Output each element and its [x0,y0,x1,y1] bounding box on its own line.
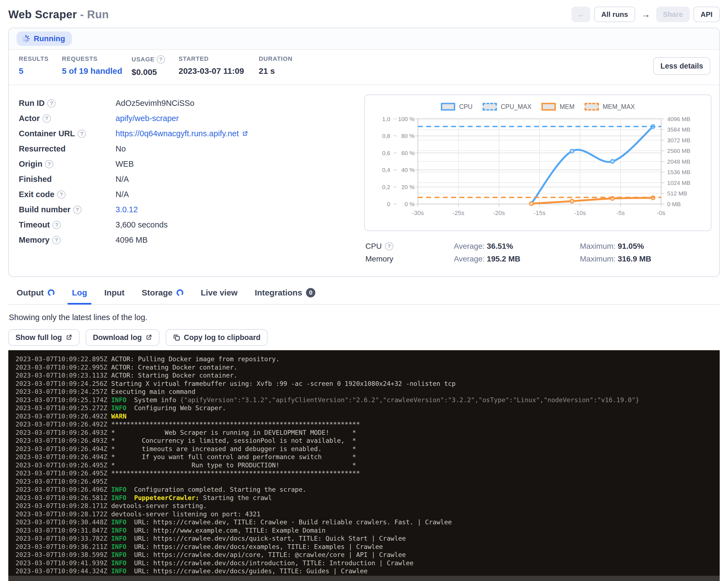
log-line: 2023-03-07T10:09:25.174Z INFO System inf… [16,396,720,404]
tab-label: Integrations [255,288,302,297]
log-console[interactable]: 2023-03-07T10:09:22.895Z ACTOR: Pulling … [8,350,720,581]
log-line: 2023-03-07T10:09:30.448Z INFO URL: https… [16,518,720,527]
detail-row: ResurrectedNo [19,141,364,156]
svg-text:3584 MB: 3584 MB [667,126,691,133]
log-line: 2023-03-07T10:09:31.847Z INFO URL: http:… [16,527,720,535]
status-label: Running [34,34,65,43]
tab-live-view[interactable]: Live view [200,287,238,304]
tab-output[interactable]: Output [16,287,56,304]
help-icon[interactable]: ? [78,130,86,138]
download-log-label: Download log [93,333,142,342]
detail-row: Container URL?https://0q64wnacgyft.runs.… [19,126,364,141]
legend-swatch [541,103,556,110]
detail-label: Exit code? [19,190,115,199]
log-line: 2023-03-07T10:09:26.494Z * If you want f… [16,453,720,461]
log-actions: Show full log Download log Copy log to c… [8,329,720,346]
tab-label: Live view [201,288,237,297]
log-line: 2023-03-07T10:09:26.495Z [16,478,720,486]
previous-run-button[interactable]: ← [572,7,590,22]
show-full-log-button[interactable]: Show full log [8,329,80,346]
detail-label: Origin? [19,159,115,168]
legend-item-cpu[interactable]: CPU [441,103,473,110]
detail-row: Run ID?AdOz5evimh9NCiSSo [19,96,364,111]
run-details: Run ID?AdOz5evimh9NCiSSoActor?apify/web-… [19,95,364,265]
perf-summary: CPU? Average: 36.51% Maximum: 91.05% Mem… [364,240,711,265]
detail-label: Resurrected [19,144,115,153]
detail-label: Finished [19,175,115,184]
detail-row: Memory?4096 MB [19,233,364,248]
log-line: 2023-03-07T10:09:25.272Z INFO Configurin… [16,404,720,413]
tab-input[interactable]: Input [103,287,126,304]
svg-text:4096 MB: 4096 MB [667,116,691,122]
help-icon[interactable]: ? [157,55,165,63]
top-bar: Web Scraper - Run ← All runs → Share API [0,0,728,28]
stat-usage: USAGE? $0.005 [132,55,179,77]
help-icon[interactable]: ? [43,114,51,123]
detail-link[interactable]: apify/web-scraper [115,114,179,123]
svg-text:-0s: -0s [657,210,666,216]
all-runs-button[interactable]: All runs [594,7,635,22]
tab-storage[interactable]: Storage [141,287,185,304]
header-actions: ← All runs → Share API [572,7,720,22]
next-run-button[interactable]: → [639,9,652,20]
download-log-button[interactable]: Download log [86,329,159,346]
detail-value: N/A [115,190,129,199]
detail-value: https://0q64wnacgyft.runs.apify.net [115,129,248,138]
tab-label: Input [104,288,124,297]
svg-text:0,2: 0,2 [382,184,390,190]
detail-row: Origin?WEB [19,156,364,171]
spinner-icon [22,35,30,43]
tab-integrations[interactable]: Integrations0 [254,287,317,304]
help-icon[interactable]: ? [47,99,56,107]
less-details-button[interactable]: Less details [653,57,710,75]
help-icon[interactable]: ? [57,190,66,199]
svg-text:0,8: 0,8 [382,133,390,139]
results-value[interactable]: 5 [19,66,62,76]
legend-item-mem_max[interactable]: MEM_MAX [584,103,635,110]
legend-item-cpu_max[interactable]: CPU_MAX [483,103,531,110]
page-subtitle: - Run [80,8,109,21]
stat-started: STARTED 2023-03-07 11:09 [179,55,259,76]
log-scrollbar[interactable] [8,576,720,581]
detail-link[interactable]: 3.0.12 [115,205,138,214]
detail-label: Actor? [19,114,115,123]
log-line: 2023-03-07T10:09:28.172Z devtools-server… [16,510,720,519]
cpu-maximum-value: 91.05% [618,242,644,250]
help-icon[interactable]: ? [45,160,53,168]
detail-value: 3.0.12 [115,205,138,214]
tab-log[interactable]: Log [71,287,88,304]
legend-swatch [441,103,455,110]
legend-label: MEM_MAX [603,103,635,110]
usage-value: $0.005 [132,68,179,77]
help-icon[interactable]: ? [53,221,61,229]
svg-text:2048 MB: 2048 MB [667,158,691,165]
log-line: 2023-03-07T10:09:28.171Z devtools-server… [16,502,720,510]
log-line: 2023-03-07T10:09:26.494Z * timeouts are … [16,445,720,453]
log-line: 2023-03-07T10:09:26.492Z WARN [16,413,720,421]
api-button[interactable]: API [694,7,720,22]
svg-text:0,4: 0,4 [382,167,391,173]
copy-log-button[interactable]: Copy log to clipboard [165,329,268,346]
share-button[interactable]: Share [656,7,689,22]
svg-text:100 %: 100 % [398,116,415,122]
cpu-summary-row: CPU? Average: 36.51% Maximum: 91.05% [365,240,711,253]
tab-label: Log [72,288,87,297]
log-line: 2023-03-07T10:09:38.599Z INFO URL: https… [16,551,720,559]
log-line: 2023-03-07T10:09:26.496Z INFO Configurat… [16,486,720,494]
help-icon[interactable]: ? [73,206,81,214]
status-badge: Running [17,31,72,46]
legend-item-mem[interactable]: MEM [541,103,575,110]
requests-value[interactable]: 5 of 19 handled [62,66,132,76]
tab-label: Storage [142,288,173,297]
help-icon[interactable]: ? [385,242,393,250]
svg-text:0 %: 0 % [405,201,415,207]
svg-text:0: 0 [387,201,390,207]
log-line: 2023-03-07T10:09:23.113Z ACTOR: Starting… [16,371,720,380]
memory-summary-row: Memory Average: 195.2 MB Maximum: 316.9 … [365,253,711,265]
detail-row: Timeout?3,600 seconds [19,217,364,233]
svg-text:1,0: 1,0 [382,116,390,122]
detail-link[interactable]: https://0q64wnacgyft.runs.apify.net [115,129,239,138]
help-icon[interactable]: ? [52,236,60,244]
external-link-icon [241,130,248,137]
stat-requests: REQUESTS 5 of 19 handled [62,55,132,76]
